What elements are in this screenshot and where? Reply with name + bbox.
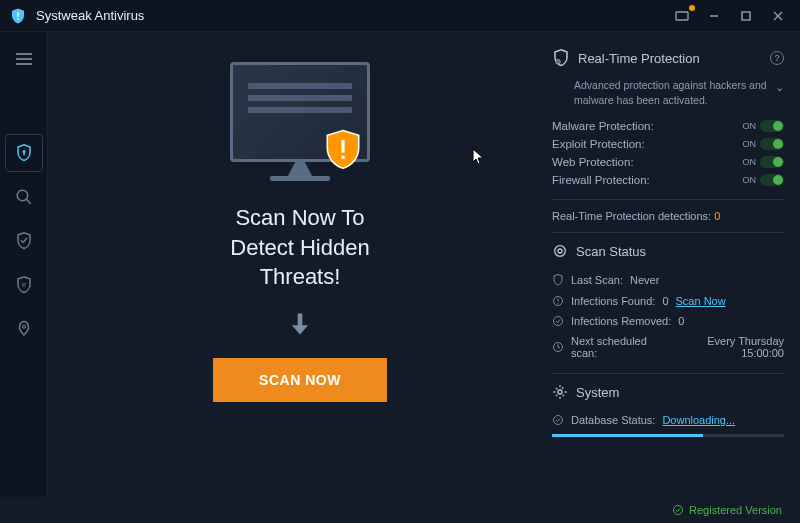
headline-line2: Detect Hidden <box>230 233 369 263</box>
toggle-malware: Malware Protection: ON <box>552 117 784 135</box>
toggle-web: Web Protection: ON <box>552 153 784 171</box>
svg-point-23 <box>554 317 563 326</box>
sidebar: e <box>0 32 48 497</box>
shield-alert-icon <box>324 129 362 173</box>
content: Scan Now To Detect Hidden Threats! SCAN … <box>48 32 800 497</box>
malware-toggle[interactable] <box>760 120 784 132</box>
db-progress-bar <box>552 434 784 437</box>
rtp-header: i Real-Time Protection ? <box>552 48 784 68</box>
system-header: System <box>552 384 784 400</box>
svg-line-26 <box>558 347 560 348</box>
rtp-title: Real-Time Protection <box>578 51 700 66</box>
hamburger-menu-icon[interactable] <box>5 40 43 78</box>
maximize-button[interactable] <box>732 4 760 28</box>
next-scan-row: Next scheduled scan: Every Thursday 15:0… <box>552 331 784 363</box>
sidebar-item-quarantine[interactable] <box>5 222 43 260</box>
svg-rect-9 <box>23 152 25 155</box>
svg-rect-2 <box>742 12 750 20</box>
svg-point-10 <box>17 190 28 201</box>
svg-rect-15 <box>341 156 344 159</box>
last-scan-row: Last Scan: Never <box>552 269 784 291</box>
exploit-toggle[interactable] <box>760 138 784 150</box>
sidebar-item-web[interactable]: e <box>5 266 43 304</box>
svg-point-28 <box>554 416 563 425</box>
svg-text:e: e <box>21 280 25 289</box>
web-toggle[interactable] <box>760 156 784 168</box>
infections-removed-row: Infections Removed: 0 <box>552 311 784 331</box>
toggle-exploit: Exploit Protection: ON <box>552 135 784 153</box>
chevron-down-icon: ⌄ <box>775 80 784 95</box>
main-area: e Scan Now To Detect Hidden Threats! <box>0 32 800 497</box>
svg-point-13 <box>22 325 25 328</box>
check-circle-icon <box>672 504 684 516</box>
gear-icon <box>552 243 568 259</box>
headline: Scan Now To Detect Hidden Threats! <box>230 203 369 292</box>
svg-point-29 <box>674 506 683 515</box>
system-title: System <box>576 385 619 400</box>
shield-icon: i <box>552 48 570 68</box>
titlebar: Systweak Antivirus <box>0 0 800 32</box>
right-panel: i Real-Time Protection ? Advanced protec… <box>552 32 800 497</box>
gear-icon <box>552 384 568 400</box>
app-title: Systweak Antivirus <box>36 8 144 23</box>
headline-line3: Threats! <box>230 262 369 292</box>
scan-status-header: Scan Status <box>552 243 784 259</box>
registered-label: Registered Version <box>689 504 782 516</box>
sidebar-item-scan[interactable] <box>5 178 43 216</box>
headline-line1: Scan Now To <box>230 203 369 233</box>
infections-found-row: Infections Found: 0 Scan Now <box>552 291 784 311</box>
svg-point-19 <box>558 249 562 253</box>
sidebar-item-protection[interactable] <box>5 134 43 172</box>
footer: Registered Version <box>0 497 800 523</box>
arrow-down-icon <box>286 310 314 338</box>
scan-now-link[interactable]: Scan Now <box>676 295 726 307</box>
monitor-illustration <box>230 62 370 181</box>
svg-point-27 <box>558 390 562 394</box>
center-panel: Scan Now To Detect Hidden Threats! SCAN … <box>48 32 552 497</box>
minimize-button[interactable] <box>700 4 728 28</box>
svg-point-18 <box>555 246 566 257</box>
svg-text:i: i <box>558 60 559 65</box>
svg-point-22 <box>558 303 559 304</box>
scan-now-button[interactable]: SCAN NOW <box>213 358 387 402</box>
notification-icon[interactable] <box>668 4 696 28</box>
svg-rect-14 <box>341 140 344 153</box>
svg-rect-0 <box>676 12 688 20</box>
scan-status-title: Scan Status <box>576 244 646 259</box>
db-status-row: Database Status: Downloading... <box>552 410 784 430</box>
help-icon[interactable]: ? <box>770 51 784 65</box>
sidebar-item-boost[interactable] <box>5 310 43 348</box>
firewall-toggle[interactable] <box>760 174 784 186</box>
toggle-firewall: Firewall Protection: ON <box>552 171 784 189</box>
rtp-advanced-text[interactable]: Advanced protection against hackers and … <box>574 78 784 107</box>
close-button[interactable] <box>764 4 792 28</box>
svg-line-11 <box>26 199 31 204</box>
rtp-detections: Real-Time Protection detections: 0 <box>552 210 784 222</box>
db-status-value[interactable]: Downloading... <box>662 414 735 426</box>
app-logo-icon <box>8 6 28 26</box>
